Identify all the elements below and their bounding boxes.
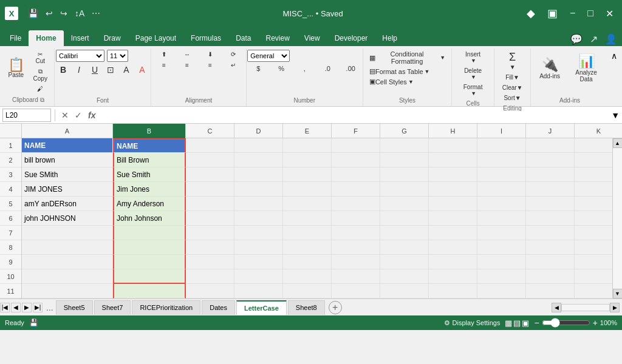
cell-C6[interactable]	[186, 211, 234, 226]
cell-F1[interactable]	[332, 138, 380, 153]
sheet-nav-next[interactable]: ▶	[22, 303, 32, 312]
cell-F11[interactable]	[332, 284, 380, 298]
cell-F7[interactable]	[332, 226, 380, 240]
align-top-button[interactable]: ⬆	[153, 50, 175, 59]
cell-C5[interactable]	[186, 197, 234, 211]
cells-format-button[interactable]: Format▼	[461, 83, 485, 98]
cell-H6[interactable]	[429, 211, 477, 226]
font-size-select[interactable]: 11	[107, 50, 128, 62]
scroll-up-btn[interactable]: ▲	[613, 138, 623, 148]
cell-E10[interactable]	[283, 269, 332, 284]
cell-K7[interactable]	[575, 226, 612, 240]
cell-G4[interactable]	[380, 182, 429, 197]
normal-view-btn[interactable]: ▦	[505, 318, 512, 328]
cell-D7[interactable]	[234, 226, 283, 240]
cell-C10[interactable]	[186, 269, 234, 284]
ribbon-collapse-button[interactable]: ∧	[611, 51, 617, 61]
cell-A11[interactable]	[22, 284, 113, 298]
cell-D4[interactable]	[234, 182, 283, 197]
cell-I4[interactable]	[477, 182, 526, 197]
cell-A9[interactable]	[22, 255, 113, 269]
wrap-text-button[interactable]: ↵	[222, 61, 244, 70]
cell-A4[interactable]: JIM JONES	[22, 182, 113, 197]
cell-H10[interactable]	[429, 269, 477, 284]
row-num-8[interactable]: 8	[0, 240, 21, 255]
tab-page-layout[interactable]: Page Layout	[128, 30, 183, 46]
cell-G10[interactable]	[380, 269, 429, 284]
save-qat-btn[interactable]: 💾	[26, 7, 41, 19]
col-header-c[interactable]: C	[186, 124, 234, 138]
tab-view[interactable]: View	[297, 30, 327, 46]
cell-K2[interactable]	[575, 153, 612, 167]
undo-qat-btn[interactable]: ↩	[43, 7, 55, 19]
align-bottom-button[interactable]: ⬇	[199, 50, 221, 59]
cell-K1[interactable]	[575, 138, 612, 153]
row-num-4[interactable]: 4	[0, 182, 21, 197]
tab-data[interactable]: Data	[228, 30, 258, 46]
col-header-i[interactable]: I	[477, 124, 526, 138]
col-header-d[interactable]: D	[234, 124, 283, 138]
cell-K8[interactable]	[575, 240, 612, 255]
row-num-2[interactable]: 2	[0, 153, 21, 167]
cell-F8[interactable]	[332, 240, 380, 255]
sort-qat-btn[interactable]: ↕A	[72, 7, 87, 19]
cell-A5[interactable]: amY anDERson	[22, 197, 113, 211]
cell-G1[interactable]	[380, 138, 429, 153]
italic-button[interactable]: I	[72, 64, 86, 76]
text-angle-button[interactable]: ⟳	[222, 50, 244, 59]
formula-confirm-btn[interactable]: ✓	[72, 110, 84, 120]
share-btn[interactable]: ↗	[587, 32, 600, 46]
clipboard-expand-icon[interactable]: ⧉	[40, 96, 44, 103]
cell-A2[interactable]: bill brown	[22, 153, 113, 167]
cell-E1[interactable]	[283, 138, 332, 153]
scroll-right-btn[interactable]: ▶	[610, 303, 620, 312]
sheet-tab-lettercase[interactable]: LetterCase	[236, 300, 287, 315]
cell-G3[interactable]	[380, 167, 429, 182]
maximize-btn[interactable]: □	[584, 7, 597, 20]
cell-D3[interactable]	[234, 167, 283, 182]
cell-F10[interactable]	[332, 269, 380, 284]
cell-J4[interactable]	[526, 182, 575, 197]
tab-help[interactable]: Help	[375, 30, 405, 46]
border-button[interactable]: ⊡	[103, 64, 118, 76]
cell-D2[interactable]	[234, 153, 283, 167]
tab-insert[interactable]: Insert	[64, 30, 97, 46]
cell-C2[interactable]	[186, 153, 234, 167]
cell-D8[interactable]	[234, 240, 283, 255]
cell-H8[interactable]	[429, 240, 477, 255]
sheet-nav-first[interactable]: |◀	[0, 303, 10, 312]
close-btn[interactable]: ✕	[602, 7, 617, 21]
redo-qat-btn[interactable]: ↪	[58, 7, 70, 19]
formula-input[interactable]	[100, 111, 609, 120]
row-num-7[interactable]: 7	[0, 226, 21, 240]
align-left-button[interactable]: ≡	[153, 61, 175, 70]
analyze-data-button[interactable]: 📊 Analyze Data	[567, 50, 605, 86]
sheet-tab-dates[interactable]: Dates	[202, 300, 235, 315]
col-header-g[interactable]: G	[380, 124, 429, 138]
format-painter-button[interactable]: 🖌	[29, 84, 51, 93]
cell-J11[interactable]	[526, 284, 575, 298]
cell-B9[interactable]	[113, 255, 186, 269]
cell-I5[interactable]	[477, 197, 526, 211]
row-num-11[interactable]: 11	[0, 284, 21, 298]
bold-button[interactable]: B	[56, 64, 70, 76]
cell-C11[interactable]	[186, 284, 234, 298]
cell-J5[interactable]	[526, 197, 575, 211]
row-num-10[interactable]: 10	[0, 269, 21, 284]
fill-button[interactable]: Fill▼	[502, 73, 524, 82]
cell-E6[interactable]	[283, 211, 332, 226]
col-header-h[interactable]: H	[429, 124, 477, 138]
cell-K10[interactable]	[575, 269, 612, 284]
cell-B10[interactable]	[113, 269, 186, 284]
align-center-button[interactable]: ≡	[176, 61, 198, 70]
sheet-tab-riceprioritization[interactable]: RICEPrioritization	[132, 300, 200, 315]
formula-function-btn[interactable]: fx	[86, 110, 98, 120]
fill-color-button[interactable]: A	[119, 64, 134, 76]
col-header-e[interactable]: E	[283, 124, 332, 138]
conditional-formatting-button[interactable]: ▦ Conditional Formatting ▼	[367, 50, 448, 66]
cell-E11[interactable]	[283, 284, 332, 298]
zoom-in-btn[interactable]: +	[593, 318, 598, 328]
cell-I3[interactable]	[477, 167, 526, 182]
cell-D1[interactable]	[234, 138, 283, 153]
sheet-tab-sheet8[interactable]: Sheet8	[288, 300, 325, 315]
